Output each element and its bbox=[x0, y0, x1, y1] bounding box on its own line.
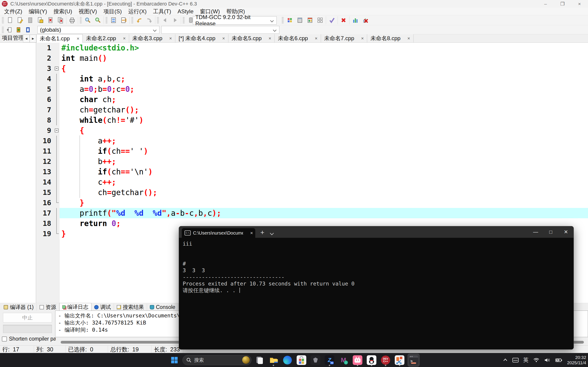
line-number[interactable]: 12 bbox=[36, 156, 54, 167]
taskbar-item-microsoft-store[interactable] bbox=[295, 354, 307, 367]
ime-indicator[interactable]: 英 bbox=[523, 357, 528, 364]
code-line[interactable]: 8 while(ch!='#') bbox=[36, 115, 588, 125]
bottom-tab[interactable]: 资源 bbox=[37, 304, 59, 310]
line-number[interactable]: 14 bbox=[36, 177, 54, 187]
wifi-icon[interactable] bbox=[533, 357, 539, 363]
taskbar-item-game-launcher[interactable] bbox=[310, 354, 321, 367]
terminal-tab-close-icon[interactable]: × bbox=[250, 230, 253, 236]
taskbar-item-terminal[interactable]: >_ bbox=[408, 354, 420, 367]
tab-close-icon[interactable]: × bbox=[123, 36, 126, 41]
tab-close-icon[interactable]: × bbox=[222, 36, 225, 41]
toolbar-grip[interactable] bbox=[80, 17, 82, 24]
taskbar-item-qq[interactable] bbox=[366, 354, 378, 367]
volume-icon[interactable] bbox=[544, 357, 551, 363]
close-button[interactable]: × bbox=[571, 0, 588, 8]
line-number[interactable]: 9 bbox=[36, 125, 54, 136]
line-number[interactable]: 16 bbox=[36, 198, 54, 208]
grid-icon[interactable] bbox=[315, 16, 325, 25]
code-line[interactable]: 14 c++; bbox=[36, 177, 588, 187]
taskbar-item-dev-cpp[interactable]: DEVC++ bbox=[380, 354, 391, 367]
delete-profile-icon[interactable] bbox=[360, 16, 370, 25]
window-colored-icon[interactable] bbox=[305, 16, 315, 25]
line-number[interactable]: 8 bbox=[36, 115, 54, 125]
abort-button[interactable]: 中止 bbox=[3, 313, 52, 323]
code-line[interactable]: 13 if(ch=='\n') bbox=[36, 167, 588, 177]
menu-item[interactable]: 运行(X) bbox=[125, 8, 150, 15]
terminal-new-tab-button[interactable]: + bbox=[260, 229, 264, 236]
toolbar-grip[interactable] bbox=[131, 17, 133, 24]
toolbar-grip[interactable] bbox=[2, 26, 4, 33]
editor-tab[interactable]: 未命名2.cpp× bbox=[83, 34, 129, 42]
save-all-icon[interactable] bbox=[35, 16, 45, 25]
menu-item[interactable]: 项目(S) bbox=[100, 8, 125, 15]
taskbar-item-bilibili[interactable] bbox=[352, 354, 363, 367]
taskbar-item-widgets[interactable] bbox=[253, 354, 265, 367]
editor-tab[interactable]: [*] 未命名4.cpp× bbox=[175, 34, 228, 42]
line-number[interactable]: 3 bbox=[36, 63, 54, 74]
fold-marker[interactable] bbox=[54, 125, 60, 136]
restore-button[interactable]: ❐ bbox=[554, 0, 571, 8]
add-file-icon[interactable] bbox=[5, 25, 14, 34]
touchpad-icon[interactable] bbox=[512, 358, 519, 362]
line-number[interactable]: 18 bbox=[36, 218, 54, 229]
tab-close-icon[interactable]: × bbox=[315, 36, 318, 41]
code-line[interactable]: 2int main() bbox=[36, 53, 588, 63]
code-line[interactable]: 17 printf("%d %d %d",a-b-c,b,c); bbox=[36, 208, 588, 218]
editor-tab[interactable]: 未命名1.cpp× bbox=[36, 34, 83, 43]
menu-item[interactable]: 编辑(Y) bbox=[26, 8, 50, 15]
shorten-paths-checkbox[interactable] bbox=[2, 336, 7, 342]
code-line[interactable]: 6 char ch; bbox=[36, 94, 588, 105]
split-view-icon[interactable] bbox=[119, 16, 129, 25]
close-all-icon[interactable] bbox=[55, 16, 66, 25]
code-line[interactable]: 11 if(ch==' ') bbox=[36, 146, 588, 156]
forward-icon[interactable] bbox=[170, 16, 180, 25]
code-line[interactable]: 9 { bbox=[36, 125, 588, 136]
compiler-profile-select[interactable]: TDM-GCC 9.2.0 32-bit Release bbox=[193, 16, 277, 25]
menu-item[interactable]: 搜索(U) bbox=[50, 8, 75, 15]
bottom-tab[interactable]: 编译日志 bbox=[59, 303, 91, 310]
code-line[interactable]: 7 ch=getchar(); bbox=[36, 105, 588, 115]
open-file-icon[interactable] bbox=[15, 16, 25, 25]
project-panel[interactable] bbox=[0, 43, 36, 303]
terminal-maximize-button[interactable]: □ bbox=[543, 226, 558, 238]
line-number[interactable]: 5 bbox=[36, 84, 54, 94]
tab-close-icon[interactable]: × bbox=[361, 36, 364, 41]
editor-tab[interactable]: 未命名5.cpp× bbox=[228, 34, 275, 42]
bottom-tab[interactable]: 调试 bbox=[91, 304, 114, 310]
code-line[interactable]: 3{ bbox=[36, 63, 588, 74]
add-new-icon[interactable] bbox=[14, 25, 23, 34]
taskbar-clock[interactable]: 20:32 2025/11/4 bbox=[567, 355, 586, 365]
close-file-icon[interactable] bbox=[45, 16, 55, 25]
search-highlight-image[interactable] bbox=[242, 356, 250, 364]
editor-tab[interactable]: 未命名6.cpp× bbox=[275, 34, 321, 42]
code-line[interactable]: 15 ch=getchar(); bbox=[36, 187, 588, 198]
taskbar-item-file-explorer[interactable] bbox=[268, 354, 279, 367]
profile-icon[interactable] bbox=[350, 16, 360, 25]
taskbar-search[interactable]: 搜索 bbox=[182, 355, 251, 365]
tab-close-icon[interactable]: × bbox=[269, 36, 271, 41]
taskbar-item-snipping-tool[interactable] bbox=[394, 354, 406, 367]
taskbar-item-visual-studio[interactable]: M↓ bbox=[337, 354, 349, 367]
terminal-tab-dropdown-icon[interactable] bbox=[270, 231, 274, 235]
replace-icon[interactable] bbox=[93, 16, 103, 25]
terminal-tab[interactable]: C:\ C:\Users\nursex\Documents\未 × bbox=[182, 228, 255, 238]
bottom-tab[interactable]: Console bbox=[147, 304, 178, 310]
goto-function-icon[interactable] bbox=[108, 16, 119, 25]
toolbar-grip[interactable] bbox=[2, 17, 4, 24]
line-number[interactable]: 15 bbox=[36, 187, 54, 198]
back-icon[interactable] bbox=[160, 16, 170, 25]
toolbar-grip[interactable] bbox=[105, 17, 108, 24]
minimize-button[interactable]: – bbox=[537, 0, 554, 8]
redo-icon[interactable] bbox=[144, 16, 154, 25]
terminal-output[interactable]: iii#3 3 3-------------------------------… bbox=[179, 238, 573, 297]
menu-item[interactable]: AStyle bbox=[174, 8, 197, 15]
class-browser-select[interactable]: (globals) bbox=[37, 26, 159, 34]
window-icon[interactable] bbox=[295, 16, 305, 25]
save-icon[interactable] bbox=[25, 16, 35, 25]
taskbar-item-edge[interactable] bbox=[281, 354, 294, 367]
line-number[interactable]: 17 bbox=[36, 208, 54, 218]
tray-chevron-up-icon[interactable] bbox=[503, 358, 508, 363]
toolbar-grip[interactable] bbox=[183, 17, 185, 24]
menu-item[interactable]: 文件(Z) bbox=[1, 8, 26, 15]
terminal-title-bar[interactable]: C:\ C:\Users\nursex\Documents\未 × + — □ … bbox=[179, 226, 573, 238]
